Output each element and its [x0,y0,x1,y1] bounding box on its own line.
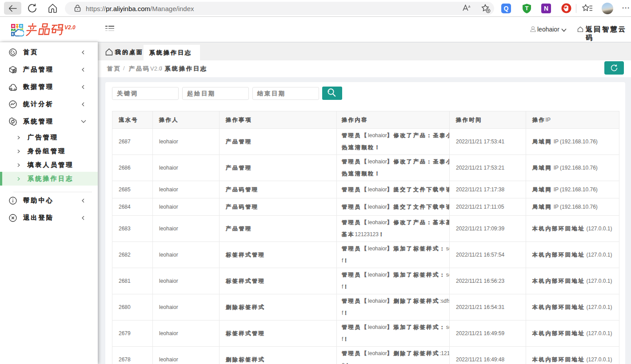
svg-text:T: T [525,5,529,12]
